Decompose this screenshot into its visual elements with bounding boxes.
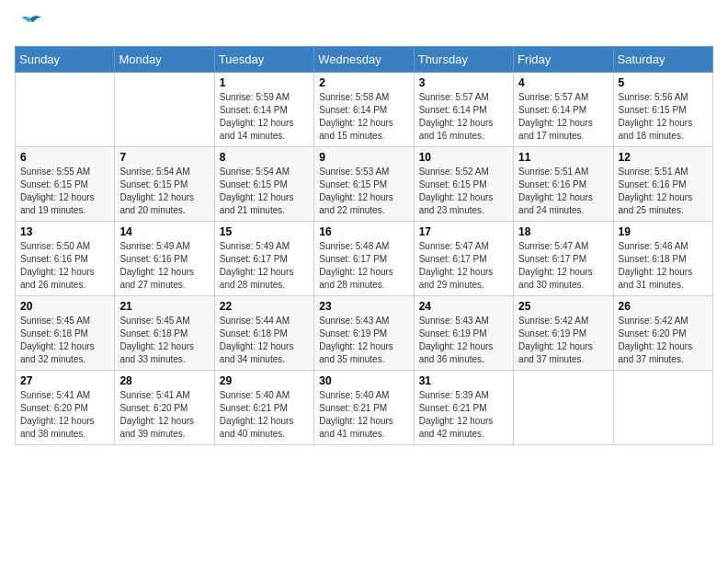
- calendar-cell: 25Sunrise: 5:42 AMSunset: 6:19 PMDayligh…: [514, 296, 613, 371]
- day-number: 24: [419, 300, 508, 313]
- day-number: 1: [220, 76, 309, 89]
- day-of-week-header: Thursday: [414, 47, 513, 73]
- day-number: 30: [319, 374, 408, 387]
- calendar-cell: 16Sunrise: 5:48 AMSunset: 6:17 PMDayligh…: [314, 222, 414, 296]
- day-of-week-header: Saturday: [613, 47, 712, 73]
- logo: [15, 15, 43, 39]
- calendar-cell: 1Sunrise: 5:59 AMSunset: 6:14 PMDaylight…: [214, 73, 313, 147]
- calendar-cell: 17Sunrise: 5:47 AMSunset: 6:17 PMDayligh…: [414, 222, 513, 296]
- calendar-cell: 29Sunrise: 5:40 AMSunset: 6:21 PMDayligh…: [214, 371, 313, 445]
- page-header: [15, 15, 713, 39]
- day-number: 16: [319, 225, 408, 238]
- calendar-cell: 4Sunrise: 5:57 AMSunset: 6:14 PMDaylight…: [514, 73, 613, 147]
- calendar-cell: 20Sunrise: 5:45 AMSunset: 6:18 PMDayligh…: [16, 296, 115, 371]
- day-info: Sunrise: 5:57 AMSunset: 6:14 PMDaylight:…: [419, 91, 508, 143]
- day-info: Sunrise: 5:56 AMSunset: 6:15 PMDaylight:…: [619, 91, 708, 143]
- day-info: Sunrise: 5:45 AMSunset: 6:18 PMDaylight:…: [119, 315, 209, 366]
- day-number: 18: [518, 225, 608, 238]
- day-info: Sunrise: 5:48 AMSunset: 6:17 PMDaylight:…: [319, 240, 408, 292]
- day-number: 2: [319, 76, 408, 89]
- day-info: Sunrise: 5:54 AMSunset: 6:15 PMDaylight:…: [220, 166, 309, 217]
- day-info: Sunrise: 5:50 AMSunset: 6:16 PMDaylight:…: [20, 240, 109, 292]
- day-number: 11: [518, 151, 608, 164]
- day-number: 17: [419, 225, 508, 238]
- day-number: 6: [20, 151, 109, 164]
- day-number: 14: [119, 225, 209, 238]
- day-info: Sunrise: 5:42 AMSunset: 6:19 PMDaylight:…: [518, 315, 608, 366]
- calendar-cell: 12Sunrise: 5:51 AMSunset: 6:16 PMDayligh…: [613, 147, 712, 222]
- day-of-week-header: Friday: [514, 47, 613, 73]
- calendar-cell: [514, 371, 613, 445]
- calendar-cell: 21Sunrise: 5:45 AMSunset: 6:18 PMDayligh…: [115, 296, 214, 371]
- day-info: Sunrise: 5:43 AMSunset: 6:19 PMDaylight:…: [419, 315, 508, 366]
- day-info: Sunrise: 5:41 AMSunset: 6:20 PMDaylight:…: [20, 389, 109, 441]
- day-info: Sunrise: 5:53 AMSunset: 6:15 PMDaylight:…: [319, 166, 408, 217]
- day-number: 20: [20, 300, 109, 313]
- day-number: 10: [419, 151, 508, 164]
- day-info: Sunrise: 5:51 AMSunset: 6:16 PMDaylight:…: [518, 166, 608, 217]
- day-of-week-header: Monday: [115, 47, 214, 73]
- day-info: Sunrise: 5:40 AMSunset: 6:21 PMDaylight:…: [220, 389, 309, 441]
- calendar-cell: [613, 371, 712, 445]
- day-info: Sunrise: 5:55 AMSunset: 6:15 PMDaylight:…: [20, 166, 109, 217]
- day-info: Sunrise: 5:54 AMSunset: 6:15 PMDaylight:…: [119, 166, 209, 217]
- calendar-cell: [16, 73, 115, 147]
- day-info: Sunrise: 5:42 AMSunset: 6:20 PMDaylight:…: [619, 315, 708, 366]
- day-info: Sunrise: 5:49 AMSunset: 6:16 PMDaylight:…: [119, 240, 209, 292]
- calendar-cell: 31Sunrise: 5:39 AMSunset: 6:21 PMDayligh…: [414, 371, 513, 445]
- calendar-cell: 7Sunrise: 5:54 AMSunset: 6:15 PMDaylight…: [115, 147, 214, 222]
- day-info: Sunrise: 5:51 AMSunset: 6:16 PMDaylight:…: [619, 166, 708, 217]
- day-info: Sunrise: 5:47 AMSunset: 6:17 PMDaylight:…: [518, 240, 608, 292]
- calendar-cell: 19Sunrise: 5:46 AMSunset: 6:18 PMDayligh…: [613, 222, 712, 296]
- day-number: 7: [119, 151, 209, 164]
- day-number: 28: [119, 374, 209, 387]
- calendar-cell: 26Sunrise: 5:42 AMSunset: 6:20 PMDayligh…: [613, 296, 712, 371]
- calendar-cell: 28Sunrise: 5:41 AMSunset: 6:20 PMDayligh…: [115, 371, 214, 445]
- day-number: 21: [119, 300, 209, 313]
- calendar-cell: 11Sunrise: 5:51 AMSunset: 6:16 PMDayligh…: [514, 147, 613, 222]
- calendar-cell: 6Sunrise: 5:55 AMSunset: 6:15 PMDaylight…: [16, 147, 115, 222]
- calendar-cell: 23Sunrise: 5:43 AMSunset: 6:19 PMDayligh…: [314, 296, 414, 371]
- day-info: Sunrise: 5:47 AMSunset: 6:17 PMDaylight:…: [419, 240, 508, 292]
- day-info: Sunrise: 5:52 AMSunset: 6:15 PMDaylight:…: [419, 166, 508, 217]
- day-info: Sunrise: 5:44 AMSunset: 6:18 PMDaylight:…: [220, 315, 309, 366]
- day-number: 25: [518, 300, 608, 313]
- day-number: 22: [220, 300, 309, 313]
- calendar-week-row: 1Sunrise: 5:59 AMSunset: 6:14 PMDaylight…: [16, 73, 713, 147]
- calendar-cell: 27Sunrise: 5:41 AMSunset: 6:20 PMDayligh…: [16, 371, 115, 445]
- day-number: 26: [619, 300, 708, 313]
- calendar-cell: 10Sunrise: 5:52 AMSunset: 6:15 PMDayligh…: [414, 147, 513, 222]
- calendar-cell: 2Sunrise: 5:58 AMSunset: 6:14 PMDaylight…: [314, 73, 414, 147]
- day-number: 3: [419, 76, 508, 89]
- day-info: Sunrise: 5:57 AMSunset: 6:14 PMDaylight:…: [518, 91, 608, 143]
- day-number: 31: [419, 374, 508, 387]
- day-number: 29: [220, 374, 309, 387]
- day-number: 27: [20, 374, 109, 387]
- calendar-cell: [115, 73, 214, 147]
- day-number: 5: [619, 76, 708, 89]
- calendar-week-row: 6Sunrise: 5:55 AMSunset: 6:15 PMDaylight…: [16, 147, 713, 222]
- calendar-cell: 3Sunrise: 5:57 AMSunset: 6:14 PMDaylight…: [414, 73, 513, 147]
- day-number: 19: [619, 225, 708, 238]
- calendar-week-row: 20Sunrise: 5:45 AMSunset: 6:18 PMDayligh…: [16, 296, 713, 371]
- calendar-cell: 13Sunrise: 5:50 AMSunset: 6:16 PMDayligh…: [16, 222, 115, 296]
- calendar-cell: 18Sunrise: 5:47 AMSunset: 6:17 PMDayligh…: [514, 222, 613, 296]
- day-info: Sunrise: 5:45 AMSunset: 6:18 PMDaylight:…: [20, 315, 109, 366]
- calendar-cell: 24Sunrise: 5:43 AMSunset: 6:19 PMDayligh…: [414, 296, 513, 371]
- calendar-cell: 15Sunrise: 5:49 AMSunset: 6:17 PMDayligh…: [214, 222, 313, 296]
- day-info: Sunrise: 5:58 AMSunset: 6:14 PMDaylight:…: [319, 91, 408, 143]
- day-info: Sunrise: 5:49 AMSunset: 6:17 PMDaylight:…: [220, 240, 309, 292]
- day-number: 23: [319, 300, 408, 313]
- calendar-table: SundayMondayTuesdayWednesdayThursdayFrid…: [15, 46, 713, 445]
- calendar-week-row: 13Sunrise: 5:50 AMSunset: 6:16 PMDayligh…: [16, 222, 713, 296]
- calendar-cell: 9Sunrise: 5:53 AMSunset: 6:15 PMDaylight…: [314, 147, 414, 222]
- day-info: Sunrise: 5:43 AMSunset: 6:19 PMDaylight:…: [319, 315, 408, 366]
- bird-icon: [17, 15, 43, 39]
- calendar-week-row: 27Sunrise: 5:41 AMSunset: 6:20 PMDayligh…: [16, 371, 713, 445]
- calendar-cell: 14Sunrise: 5:49 AMSunset: 6:16 PMDayligh…: [115, 222, 214, 296]
- calendar-cell: 22Sunrise: 5:44 AMSunset: 6:18 PMDayligh…: [214, 296, 313, 371]
- day-number: 13: [20, 225, 109, 238]
- day-info: Sunrise: 5:39 AMSunset: 6:21 PMDaylight:…: [419, 389, 508, 441]
- calendar-cell: 8Sunrise: 5:54 AMSunset: 6:15 PMDaylight…: [214, 147, 313, 222]
- day-of-week-header: Sunday: [16, 47, 115, 73]
